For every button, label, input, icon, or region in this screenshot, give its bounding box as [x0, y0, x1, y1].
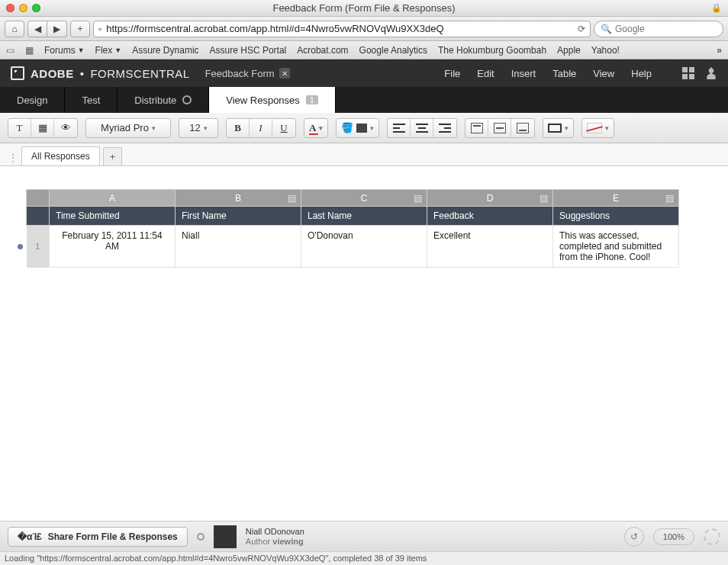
align-left-button[interactable]: [388, 119, 411, 137]
clear-format-button[interactable]: [582, 119, 614, 137]
zoom-level-button[interactable]: 100%: [653, 528, 694, 545]
form-title-tab[interactable]: Feedback Form ✕: [205, 68, 290, 79]
column-header-b[interactable]: B▤: [176, 190, 301, 207]
bookmark-yahoo[interactable]: Yahoo!: [591, 45, 620, 56]
row-number[interactable]: 1: [27, 226, 50, 268]
user-avatar[interactable]: [214, 525, 237, 548]
text-color-button[interactable]: A: [304, 119, 327, 137]
brand-adobe: ADOBE: [31, 67, 74, 80]
menu-view[interactable]: View: [593, 68, 614, 79]
bookmark-flex[interactable]: Flex▼: [95, 45, 122, 56]
home-button[interactable]: ⌂: [5, 21, 24, 37]
tab-test[interactable]: Test: [65, 87, 118, 113]
column-header-d[interactable]: D▤: [427, 190, 553, 207]
bookmark-hokumburg[interactable]: The Hokumburg Goombah: [438, 45, 546, 56]
sheet-handle-icon[interactable]: ⋮: [8, 150, 18, 165]
view-tabs: Design Test Distribute View Responses1: [0, 87, 728, 113]
site-icon: ▫: [98, 24, 101, 34]
valign-bottom-button[interactable]: [511, 119, 534, 137]
sort-icon[interactable]: ▤: [539, 193, 548, 202]
sheet-tab-all-responses[interactable]: All Responses: [21, 146, 100, 165]
formatting-toolbar: T ▦ 👁 Myriad Pro 12 B I U A 🪣: [0, 113, 728, 143]
history-button[interactable]: ↺: [624, 527, 644, 547]
bookmark-apple[interactable]: Apple: [557, 45, 581, 56]
close-form-button[interactable]: ✕: [279, 68, 290, 79]
tab-distribute[interactable]: Distribute: [118, 87, 209, 113]
row-marker[interactable]: [14, 226, 27, 268]
column-header-e[interactable]: E▤: [553, 190, 679, 207]
text-mode-button[interactable]: T: [8, 119, 31, 137]
back-button[interactable]: ◀: [27, 21, 47, 37]
search-field[interactable]: 🔍: [594, 21, 723, 37]
app-footer: �αΊ£ Share Form File & Responses Niall O…: [0, 521, 728, 551]
zoom-window-button[interactable]: [32, 4, 40, 12]
font-family-select[interactable]: Myriad Pro: [86, 119, 170, 137]
brand-logo[interactable]: ADOBE • FORMSCENTRAL: [11, 66, 190, 80]
reload-button[interactable]: ⟳: [578, 24, 585, 34]
header-last-name[interactable]: Last Name: [301, 207, 427, 226]
menu-table[interactable]: Table: [552, 68, 576, 79]
menu-help[interactable]: Help: [631, 68, 652, 79]
minimize-window-button[interactable]: [19, 4, 27, 12]
italic-button[interactable]: I: [250, 119, 272, 137]
add-bookmark-button[interactable]: ＋: [70, 21, 90, 37]
header-time-submitted[interactable]: Time Submitted: [50, 207, 176, 226]
column-letter-row: A B▤ C▤ D▤ E▤: [14, 190, 679, 207]
align-center-button[interactable]: [411, 119, 433, 137]
bookmark-assure-dynamic[interactable]: Assure Dynamic: [132, 45, 198, 56]
menu-edit[interactable]: Edit: [477, 68, 494, 79]
sort-icon[interactable]: ▤: [287, 193, 296, 202]
table-row[interactable]: 1 February 15, 2011 11:54 AM Niall O'Don…: [14, 226, 679, 268]
cell-feedback[interactable]: Excellent: [427, 226, 553, 268]
distribute-status-icon: [182, 95, 192, 104]
lock-icon: 🔒: [711, 3, 722, 13]
column-header-c[interactable]: C▤: [301, 190, 427, 207]
bookmark-analytics[interactable]: Google Analytics: [359, 45, 427, 56]
url-input[interactable]: [106, 23, 573, 34]
cell-last-name[interactable]: O'Donovan: [301, 226, 427, 268]
url-field[interactable]: ▫ ⟳: [93, 21, 591, 37]
column-header-a[interactable]: A: [50, 190, 176, 207]
forward-button[interactable]: ▶: [47, 21, 67, 37]
valign-top-button[interactable]: [465, 119, 488, 137]
header-feedback[interactable]: Feedback: [427, 207, 553, 226]
window-titlebar: Feedback Form (Form File & Responses) 🔒: [0, 0, 728, 17]
tab-design[interactable]: Design: [0, 87, 65, 113]
sort-icon[interactable]: ▤: [413, 193, 422, 202]
share-button[interactable]: �αΊ£ Share Form File & Responses: [8, 527, 188, 547]
close-window-button[interactable]: [6, 4, 14, 12]
reading-list-icon[interactable]: ▭: [6, 45, 14, 56]
bookmark-forums[interactable]: Forums▼: [44, 45, 85, 56]
underline-button[interactable]: U: [272, 119, 295, 137]
bold-button[interactable]: B: [227, 119, 250, 137]
valign-middle-button[interactable]: [488, 119, 511, 137]
header-suggestions[interactable]: Suggestions: [553, 207, 679, 226]
tab-view-responses[interactable]: View Responses1: [209, 87, 336, 113]
apps-grid-icon[interactable]: [682, 67, 694, 79]
table-mode-button[interactable]: ▦: [31, 119, 54, 137]
fill-color-button[interactable]: 🪣: [337, 119, 378, 137]
menu-insert[interactable]: Insert: [511, 68, 536, 79]
menu-file[interactable]: File: [444, 68, 460, 79]
user-name: Niall ODonovan: [246, 527, 304, 537]
bookmarks-overflow-button[interactable]: »: [717, 45, 722, 56]
sheet-tab-strip: ⋮ All Responses +: [0, 143, 728, 166]
share-icon: �αΊ£: [18, 531, 42, 542]
top-sites-icon[interactable]: ▦: [25, 45, 34, 56]
border-button[interactable]: [543, 119, 573, 137]
cell-first-name[interactable]: Niall: [176, 226, 301, 268]
preview-button[interactable]: 👁: [54, 119, 77, 137]
cell-suggestions[interactable]: This was accessed, completed and submitt…: [553, 226, 679, 268]
font-size-select[interactable]: 12: [179, 119, 217, 137]
bookmark-assure-hsc[interactable]: Assure HSC Portal: [210, 45, 287, 56]
header-first-name[interactable]: First Name: [176, 207, 301, 226]
search-input[interactable]: [615, 24, 717, 34]
bookmark-acrobat[interactable]: Acrobat.com: [297, 45, 348, 56]
spreadsheet-area[interactable]: A B▤ C▤ D▤ E▤ Time Submitted First Name …: [0, 166, 728, 517]
add-sheet-button[interactable]: +: [103, 147, 123, 165]
align-right-button[interactable]: [433, 119, 456, 137]
account-icon[interactable]: [705, 67, 717, 79]
cell-time-submitted[interactable]: February 15, 2011 11:54 AM: [50, 226, 176, 268]
sort-icon[interactable]: ▤: [665, 193, 674, 202]
select-all-corner[interactable]: [27, 190, 50, 207]
